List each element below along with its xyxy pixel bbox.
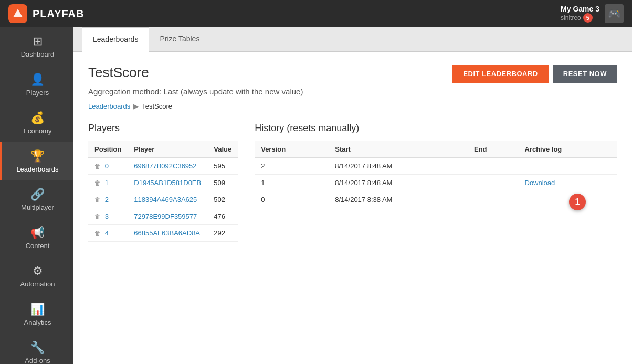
cell-position: 🗑 3 (88, 208, 128, 225)
players-icon: 👤 (30, 73, 45, 87)
sidebar-item-multiplayer[interactable]: 🔗 Multiplayer (0, 180, 73, 219)
username-text: sinitreo (561, 14, 581, 22)
two-col-layout: Players Position Player Value 🗑 0 (88, 123, 617, 242)
top-nav: PLAYFAB My Game 3 sinitreo 5 🎮 (0, 0, 632, 27)
sidebar-item-label: Add-ons (25, 357, 50, 364)
sidebar-item-dashboard[interactable]: ⊞ Dashboard (0, 27, 73, 66)
content-icon: 📢 (30, 226, 45, 240)
table-row: 🗑 2 118394A469A3A625 502 (88, 191, 238, 208)
cell-player: 696877B092C36952 (128, 158, 207, 175)
leaderboards-icon: 🏆 (30, 149, 45, 163)
economy-icon: 💰 (30, 111, 45, 125)
page-title-area: TestScore (88, 65, 149, 81)
cell-player: D1945AB1D581D0EB (128, 175, 207, 191)
position-link[interactable]: 0 (105, 162, 109, 170)
delete-icon[interactable]: 🗑 (94, 230, 101, 237)
col-position: Position (88, 141, 128, 158)
cell-end (468, 158, 519, 175)
page-subtitle: Aggregation method: Last (always update … (88, 87, 617, 96)
history-section-title: History (resets manually) (255, 123, 617, 134)
table-row: 0 8/14/2017 8:38 AM (255, 191, 617, 208)
breadcrumb-arrow-icon: ▶ (133, 102, 139, 110)
sidebar-item-label: Players (26, 89, 49, 97)
player-link[interactable]: D1945AB1D581D0EB (134, 179, 201, 187)
cell-value: 292 (207, 225, 238, 242)
cell-version: 2 (255, 158, 329, 175)
cell-archive-log: Download (519, 175, 618, 191)
reset-now-button[interactable]: RESET NOW (553, 65, 617, 83)
players-table: Position Player Value 🗑 0 696877B092C369… (88, 141, 238, 242)
sidebar-item-content[interactable]: 📢 Content (0, 219, 73, 257)
avatar: 🎮 (605, 4, 624, 23)
cell-position: 🗑 2 (88, 191, 128, 208)
header-buttons: EDIT LEADERBOARD RESET NOW (452, 65, 617, 83)
table-row: 🗑 4 66855AF63BA6AD8A 292 (88, 225, 238, 242)
cell-player: 118394A469A3A625 (128, 191, 207, 208)
automation-icon: ⚙ (33, 264, 43, 278)
position-link[interactable]: 1 (105, 179, 109, 187)
cell-player: 66855AF63BA6AD8A (128, 225, 207, 242)
player-link[interactable]: 696877B092C36952 (134, 162, 196, 170)
sidebar-item-automation[interactable]: ⚙ Automation (0, 257, 73, 295)
tab-leaderboards[interactable]: Leaderboards (82, 27, 149, 52)
position-link[interactable]: 3 (105, 212, 109, 220)
sidebar-item-label: Multiplayer (21, 204, 54, 211)
sidebar-item-addons[interactable]: 🔧 Add-ons (0, 334, 73, 364)
sidebar-item-leaderboards[interactable]: 🏆 Leaderboards (0, 142, 73, 180)
cell-position: 🗑 1 (88, 175, 128, 191)
page-header: TestScore EDIT LEADERBOARD RESET NOW (88, 65, 617, 83)
cell-start: 8/14/2017 8:38 AM (329, 191, 468, 208)
cell-position: 🗑 4 (88, 225, 128, 242)
analytics-icon: 📊 (30, 303, 45, 316)
cell-value: 509 (207, 175, 238, 191)
cell-start: 8/14/2017 8:48 AM (329, 175, 468, 191)
position-link[interactable]: 2 (105, 196, 109, 204)
player-link[interactable]: 118394A469A3A625 (134, 196, 197, 204)
edit-leaderboard-button[interactable]: EDIT LEADERBOARD (452, 65, 548, 83)
app-title: PLAYFAB (33, 8, 85, 20)
delete-icon[interactable]: 🗑 (94, 163, 101, 170)
cell-start: 8/14/2017 8:48 AM (329, 158, 468, 175)
user-area: My Game 3 sinitreo 5 🎮 (561, 4, 624, 23)
sidebar-item-economy[interactable]: 💰 Economy (0, 104, 73, 142)
addons-icon: 🔧 (30, 341, 45, 355)
cell-archive-log (519, 158, 618, 175)
sidebar-item-players[interactable]: 👤 Players (0, 66, 73, 104)
history-table: Version Start End Archive log 2 8/14/201… (255, 141, 617, 208)
cell-player: 72978E99DF359577 (128, 208, 207, 225)
tab-bar: Leaderboards Prize Tables (73, 27, 632, 52)
svg-marker-0 (13, 9, 23, 17)
sidebar-item-label: Economy (23, 127, 51, 135)
tab-prize-tables[interactable]: Prize Tables (149, 27, 210, 52)
player-link[interactable]: 72978E99DF359577 (134, 212, 197, 220)
download-link[interactable]: Download (525, 179, 555, 187)
sidebar-item-analytics[interactable]: 📊 Analytics (0, 295, 73, 334)
delete-icon[interactable]: 🗑 (94, 213, 101, 220)
delete-icon[interactable]: 🗑 (94, 196, 101, 204)
dashboard-icon: ⊞ (33, 35, 43, 48)
breadcrumb: Leaderboards ▶ TestScore (88, 102, 617, 110)
main-layout: ⊞ Dashboard 👤 Players 💰 Economy 🏆 Leader… (0, 27, 632, 364)
players-section: Players Position Player Value 🗑 0 (88, 123, 238, 242)
cell-end (468, 175, 519, 191)
col-value: Value (207, 141, 238, 158)
col-player: Player (128, 141, 207, 158)
cell-version: 0 (255, 191, 329, 208)
content-area: TestScore EDIT LEADERBOARD RESET NOW Agg… (73, 52, 632, 364)
game-name: My Game 3 (561, 5, 599, 13)
multiplayer-icon: 🔗 (30, 188, 45, 201)
position-link[interactable]: 4 (105, 229, 109, 237)
cell-version: 1 (255, 175, 329, 191)
breadcrumb-link[interactable]: Leaderboards (88, 102, 130, 110)
page-title: TestScore (88, 65, 149, 81)
logo-area: PLAYFAB (8, 4, 85, 23)
delete-icon[interactable]: 🗑 (94, 179, 101, 187)
tooltip-bubble[interactable]: 1 (569, 194, 586, 210)
table-row: 2 8/14/2017 8:48 AM (255, 158, 617, 175)
table-row: 🗑 1 D1945AB1D581D0EB 509 (88, 175, 238, 191)
player-link[interactable]: 66855AF63BA6AD8A (134, 229, 200, 237)
col-archive-log: Archive log (519, 141, 618, 158)
breadcrumb-current: TestScore (142, 102, 172, 110)
notification-badge: 5 (583, 13, 593, 23)
sidebar: ⊞ Dashboard 👤 Players 💰 Economy 🏆 Leader… (0, 27, 73, 364)
